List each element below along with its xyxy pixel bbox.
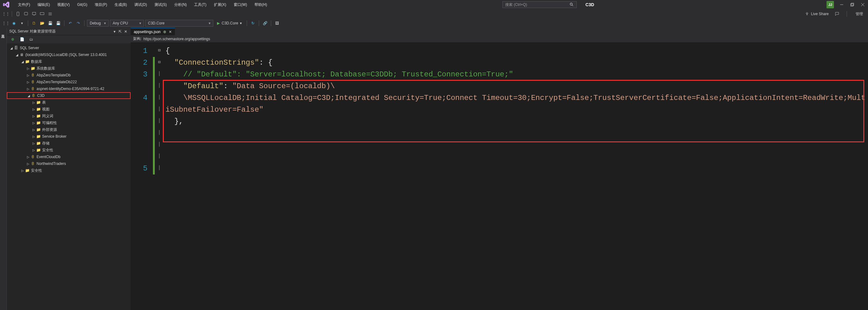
maximize-icon[interactable]	[849, 2, 855, 7]
tree-root[interactable]: ◢ 🗄 SQL Server	[7, 44, 131, 51]
menu-view[interactable]: 视图(V)	[54, 1, 73, 9]
menu-build[interactable]: 生成(B)	[112, 1, 130, 9]
tree-db[interactable]: ▷ 🛢 EventCloudDb	[7, 153, 131, 160]
tree-tables[interactable]: ▷ 📁 表	[7, 99, 131, 106]
expand-icon[interactable]: ▷	[26, 87, 30, 91]
folder-icon: 📁	[36, 107, 41, 112]
code-content[interactable]: { "ConnectionStrings": { // "Default": "…	[163, 43, 868, 310]
sidetab-toolbox[interactable]: 工具箱	[0, 30, 6, 304]
refresh-icon[interactable]: ↻	[249, 20, 256, 27]
tree-views[interactable]: ▷ 📁 视图	[7, 106, 131, 113]
undo-button[interactable]: ↶	[67, 20, 74, 27]
save-button[interactable]: 💾	[47, 20, 54, 27]
expand-icon[interactable]: ▷	[32, 114, 36, 118]
pin-icon[interactable]: ⇱	[118, 29, 123, 34]
menu-edit[interactable]: 编辑(E)	[34, 1, 53, 9]
pin-icon[interactable]: ⊕	[163, 30, 166, 34]
tree-db[interactable]: ▷ 🛢 NorthwindTraders	[7, 160, 131, 167]
tree-security-folder[interactable]: ▷ 📁 安全性	[7, 167, 131, 174]
tree-databases[interactable]: ◢ 📁 数据库	[7, 58, 131, 65]
close-icon[interactable]	[860, 2, 866, 7]
panel-dropdown-icon[interactable]: ▾	[112, 29, 117, 34]
tree-db[interactable]: ▷ 🛢 AbpZeroTemplateDb222	[7, 78, 131, 85]
close-icon[interactable]: ✕	[169, 30, 172, 34]
expand-icon[interactable]: ▷	[26, 162, 30, 166]
tree-label: 表	[42, 100, 46, 105]
device-tablet-icon[interactable]	[23, 10, 29, 17]
expand-icon[interactable]: ▷	[32, 101, 36, 104]
startup-dropdown[interactable]: C3D.Core ▾	[145, 20, 213, 27]
menu-window[interactable]: 窗口(W)	[230, 1, 250, 9]
tree-db[interactable]: ▷ 🛢 aspnet-IdentityDemo-E35A0994-9721-42	[7, 85, 131, 92]
minimize-icon[interactable]	[839, 2, 844, 7]
collapse-icon[interactable]: ◢	[27, 94, 31, 98]
save-all-button[interactable]: 💾	[55, 20, 62, 27]
tree-synonyms[interactable]: ▷ 📁 同义词	[7, 113, 131, 119]
editor-tab-appsettings[interactable]: appsettings.json ⊕ ✕	[131, 28, 175, 35]
user-avatar[interactable]: JJ	[827, 1, 834, 8]
menu-file[interactable]: 文件(F)	[15, 1, 33, 9]
menu-analyze[interactable]: 分析(N)	[171, 1, 190, 9]
tree-system-db[interactable]: ▷ 📁 系统数据库	[7, 65, 131, 72]
collapse-icon[interactable]: ◢	[15, 53, 19, 57]
redo-button[interactable]: ↷	[75, 20, 82, 27]
add-server-icon[interactable]: ⊕	[9, 36, 16, 43]
device-monitor-icon[interactable]	[39, 10, 45, 17]
expand-icon[interactable]: ▷	[32, 108, 36, 111]
device-bars-icon[interactable]	[47, 10, 54, 17]
close-icon[interactable]: ✕	[123, 29, 128, 34]
code-editor[interactable]: 1 2 3 4 5	[131, 43, 868, 310]
live-share-button[interactable]: Live Share	[805, 12, 829, 16]
expand-icon[interactable]: ▷	[21, 169, 25, 172]
expand-icon[interactable]: ▷	[32, 142, 36, 145]
tree-db-c3d[interactable]: ◢ 🛢 C3D	[7, 92, 131, 99]
nav-back-button[interactable]: ◉	[10, 20, 17, 27]
expand-icon[interactable]: ▷	[32, 148, 36, 152]
new-project-button[interactable]: 🗋	[31, 20, 37, 27]
menu-help[interactable]: 帮助(H)	[251, 1, 270, 9]
collapse-icon[interactable]: ◢	[9, 46, 13, 50]
group-icon[interactable]: 🗂	[28, 36, 35, 43]
search-input[interactable]: 搜索 (Ctrl+Q)	[502, 1, 577, 8]
image-config-icon[interactable]: 🖼	[274, 20, 280, 27]
script-icon[interactable]: 📄	[19, 36, 25, 43]
feedback-icon[interactable]	[834, 10, 840, 17]
fold-icon[interactable]: ⊟	[155, 45, 163, 57]
play-icon: ▶	[217, 21, 220, 25]
expand-icon[interactable]: ▷	[26, 155, 30, 159]
expand-icon[interactable]: ▷	[32, 121, 36, 125]
expand-icon[interactable]: ▷	[32, 128, 36, 132]
tree-server[interactable]: ◢ 🖥 (localdb)\MSSQLLocalDB (SQL Server 1…	[7, 51, 131, 58]
expand-icon[interactable]: ▷	[26, 67, 30, 70]
start-debug-button[interactable]: ▶ C3D.Core ▾	[215, 20, 244, 27]
tree-db[interactable]: ▷ 🛢 AbpZeroTemplateDb	[7, 72, 131, 78]
expand-icon[interactable]: ▷	[32, 135, 36, 138]
fold-icon[interactable]: ⊟	[155, 57, 163, 69]
menu-debug[interactable]: 调试(D)	[131, 1, 150, 9]
schema-url[interactable]: https://json.schemastore.org/appsettings	[143, 37, 210, 41]
tree-external[interactable]: ▷ 📁 外部资源	[7, 126, 131, 133]
tree-storage[interactable]: ▷ 📁 存储	[7, 140, 131, 147]
menu-project[interactable]: 项目(P)	[92, 1, 110, 9]
menu-extensions[interactable]: 扩展(X)	[211, 1, 229, 9]
platform-dropdown[interactable]: Any CPU ▾	[110, 20, 144, 27]
expand-icon[interactable]: ▷	[26, 80, 30, 84]
device-phone-icon[interactable]	[14, 10, 21, 17]
menu-git[interactable]: Git(G)	[74, 1, 90, 8]
nav-forward-button[interactable]: ▾	[19, 20, 25, 27]
menu-test[interactable]: 测试(S)	[151, 1, 170, 9]
main-area: 工具箱 服务器资源管理器 测试资源管理器 SQL Server 对象资源管理器 …	[0, 28, 868, 310]
tree-programmability[interactable]: ▷ 📁 可编程性	[7, 119, 131, 126]
tree-security[interactable]: ▷ 📁 安全性	[7, 147, 131, 153]
tree-service-broker[interactable]: ▷ 📁 Service Broker	[7, 133, 131, 140]
open-button[interactable]: 📂	[39, 20, 45, 27]
collapse-icon[interactable]: ◢	[21, 60, 25, 63]
expand-icon[interactable]: ▷	[26, 74, 30, 77]
device-desktop-icon[interactable]	[31, 10, 37, 17]
config-dropdown[interactable]: Debug ▾	[87, 20, 108, 27]
tree: ◢ 🗄 SQL Server ◢ 🖥 (localdb)\MSSQLLocalD…	[7, 43, 131, 310]
search-placeholder: 搜索 (Ctrl+Q)	[505, 2, 527, 7]
browser-link-icon[interactable]: 🔗	[261, 20, 269, 27]
manage-button[interactable]: 管理	[853, 10, 866, 18]
menu-tools[interactable]: 工具(T)	[191, 1, 209, 9]
